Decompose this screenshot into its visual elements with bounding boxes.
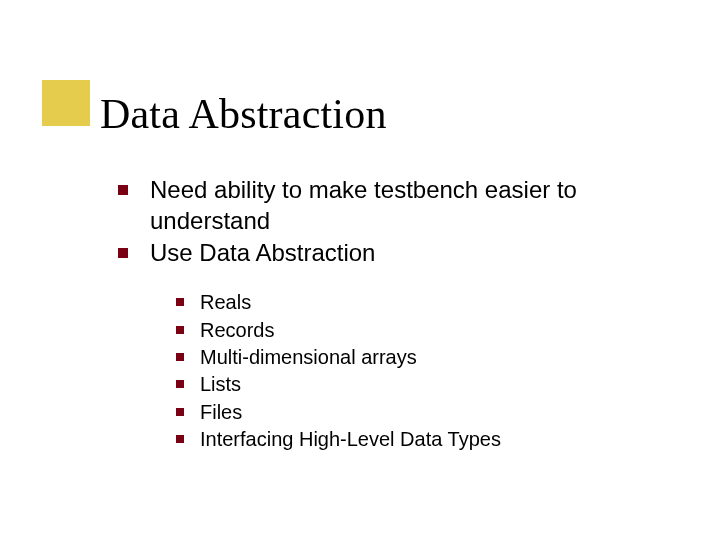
square-bullet-icon <box>176 435 184 443</box>
bullet-text: Use Data Abstraction <box>150 238 680 269</box>
list-item: Use Data Abstraction <box>118 238 680 269</box>
slide-body: Need ability to make testbench easier to… <box>118 175 680 454</box>
slide: Data Abstraction Need ability to make te… <box>0 0 720 540</box>
bullet-text: Interfacing High-Level Data Types <box>200 426 501 452</box>
bullet-text: Files <box>200 399 242 425</box>
square-bullet-icon <box>176 353 184 361</box>
title-accent-block <box>42 80 90 126</box>
square-bullet-icon <box>176 408 184 416</box>
sub-list: Reals Records Multi-dimensional arrays L… <box>176 289 680 452</box>
list-item: Need ability to make testbench easier to… <box>118 175 680 236</box>
bullet-text: Records <box>200 317 274 343</box>
list-item: Lists <box>176 371 680 397</box>
square-bullet-icon <box>176 326 184 334</box>
bullet-text: Need ability to make testbench easier to… <box>150 175 680 236</box>
list-item: Interfacing High-Level Data Types <box>176 426 680 452</box>
square-bullet-icon <box>118 248 128 258</box>
list-item: Records <box>176 317 680 343</box>
bullet-text: Lists <box>200 371 241 397</box>
bullet-text: Multi-dimensional arrays <box>200 344 417 370</box>
square-bullet-icon <box>176 380 184 388</box>
square-bullet-icon <box>176 298 184 306</box>
square-bullet-icon <box>118 185 128 195</box>
list-item: Files <box>176 399 680 425</box>
slide-title: Data Abstraction <box>100 92 387 136</box>
bullet-text: Reals <box>200 289 251 315</box>
list-item: Multi-dimensional arrays <box>176 344 680 370</box>
list-item: Reals <box>176 289 680 315</box>
